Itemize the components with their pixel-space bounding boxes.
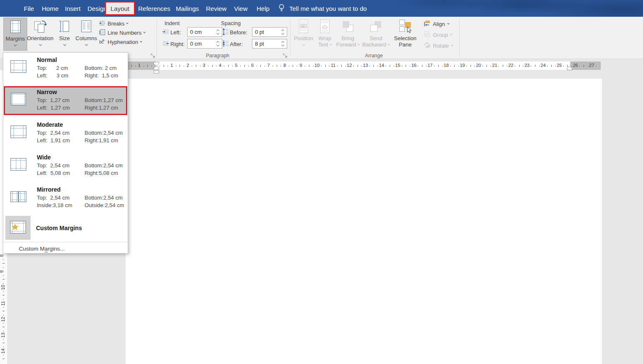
spacing-after-label: After: xyxy=(230,41,243,47)
page-setup-dialog-launcher[interactable] xyxy=(151,53,156,58)
margins-option-wide[interactable]: Wide Top: 2,54 cm Bottom:2,54 cm Left: 5… xyxy=(4,151,127,182)
margins-option-moderate[interactable]: Moderate Top: 2,54 cm Bottom:2,54 cm Lef… xyxy=(4,119,127,150)
tab-file[interactable]: File xyxy=(24,0,34,17)
wrap-text-button: Wrap Text xyxy=(315,18,335,51)
tab-view[interactable]: View xyxy=(234,0,247,17)
spacing-after-value[interactable] xyxy=(252,39,280,48)
line-numbers-button[interactable]: Line Numbers xyxy=(99,28,145,37)
h-ruler-tick xyxy=(248,66,249,67)
spacing-after-input[interactable] xyxy=(252,39,287,49)
h-ruler-tick xyxy=(196,65,196,67)
v-ruler-number: 9 xyxy=(0,270,4,273)
custom-margins-item-title[interactable]: Custom Margins xyxy=(36,225,82,231)
margin-value: Inside:3,18 cm xyxy=(37,202,72,208)
orientation-button[interactable]: Orientation xyxy=(28,18,53,51)
v-ruler-tick xyxy=(3,331,4,331)
h-ruler-tick xyxy=(378,66,378,67)
margins-button[interactable]: Margins xyxy=(3,18,27,51)
v-ruler-tick xyxy=(3,315,4,315)
spinner[interactable] xyxy=(280,28,285,36)
position-button: Position xyxy=(293,18,314,51)
arrange-group-label: Arrange xyxy=(340,53,407,59)
h-ruler-tick xyxy=(563,66,564,67)
indent-right-value[interactable] xyxy=(188,39,215,48)
breaks-label: Breaks xyxy=(108,21,124,27)
h-ruler-tick xyxy=(450,66,451,67)
margins-option-mirrored[interactable]: Mirrored Top: 2,54 cm Bottom:2,54 cm Ins… xyxy=(4,184,127,215)
tab-mailings[interactable]: Mailings xyxy=(176,0,199,17)
selection-pane-button[interactable]: Selection Pane xyxy=(392,18,419,51)
h-ruler-number: 9 xyxy=(300,63,302,68)
document-page[interactable] xyxy=(126,79,602,364)
margins-option-narrow-selected[interactable]: Narrow Top: 1,27 cm Bottom:1,27 cm Left:… xyxy=(4,87,127,114)
indent-left-input[interactable] xyxy=(187,27,222,37)
rotate-label: Rotate xyxy=(433,43,449,49)
tab-review[interactable]: Review xyxy=(206,0,226,17)
spacing-before-value[interactable] xyxy=(252,28,280,36)
h-ruler-tick xyxy=(588,66,588,67)
h-ruler-tick xyxy=(466,66,467,67)
size-button[interactable]: Size xyxy=(55,18,74,51)
h-ruler-tick xyxy=(584,65,584,67)
h-ruler-tick xyxy=(232,66,233,67)
paragraph-dialog-launcher[interactable] xyxy=(283,53,288,58)
margin-value: Right: 1,5 cm xyxy=(85,72,118,79)
hyphenation-button[interactable]: bc a- Hyphenation xyxy=(99,38,142,46)
bring-forward-label-2: Forward xyxy=(336,41,360,48)
custom-margins-command[interactable]: Custom Margins... xyxy=(19,246,65,252)
margins-option-normal[interactable]: Normal Top: 2 cm Bottom: 2 cm Left: 3 cm… xyxy=(4,54,127,85)
spinner[interactable] xyxy=(216,28,221,36)
h-ruler-number: 10 xyxy=(314,63,319,68)
tab-references[interactable]: References xyxy=(138,0,170,17)
tab-design[interactable]: Design xyxy=(87,0,107,17)
h-ruler-tick xyxy=(265,66,265,67)
send-backward-icon xyxy=(370,18,382,35)
spinner[interactable] xyxy=(280,39,285,48)
bring-forward-label-1: Bring xyxy=(342,35,354,41)
tab-layout-active[interactable]: Layout xyxy=(105,1,135,15)
tab-help[interactable]: Help xyxy=(257,0,270,17)
tab-home[interactable]: Home xyxy=(42,0,59,17)
left-indent-marker[interactable] xyxy=(153,68,159,75)
h-ruler-tick xyxy=(373,65,374,67)
spacing-before-label: Before: xyxy=(230,29,247,36)
margin-value: Right:5,08 cm xyxy=(85,170,118,176)
custom-margins-tile[interactable] xyxy=(5,216,31,240)
h-ruler-number: 14 xyxy=(379,63,384,68)
line-numbers-label: Line Numbers xyxy=(108,30,141,36)
h-ruler-tick xyxy=(167,66,168,67)
margins-dropdown-menu: Normal Top: 2 cm Bottom: 2 cm Left: 3 cm… xyxy=(3,52,128,254)
h-ruler-number: 12 xyxy=(347,63,352,68)
indent-left-value[interactable] xyxy=(188,28,215,36)
rotate-button: Rotate xyxy=(424,41,453,50)
v-ruler-tick xyxy=(3,327,5,327)
spacing-before-icon xyxy=(222,28,229,37)
columns-icon xyxy=(81,18,92,35)
v-ruler-number: 13 xyxy=(0,333,5,338)
h-ruler-tick xyxy=(257,66,257,67)
align-button[interactable]: Align xyxy=(424,20,449,28)
tab-insert[interactable]: Insert xyxy=(65,0,81,17)
h-ruler-number: 23 xyxy=(525,63,530,68)
tell-me-box[interactable]: Tell me what you want to do xyxy=(278,0,367,17)
word-window: File Home Insert Design Layout Reference… xyxy=(0,0,643,364)
indent-right-input[interactable] xyxy=(187,39,222,49)
h-ruler-number: 11 xyxy=(331,63,335,68)
hyphenation-icon: bc a- xyxy=(99,38,105,46)
h-ruler-tick xyxy=(402,66,402,67)
h-ruler-tick xyxy=(240,66,241,67)
v-ruler-tick xyxy=(3,355,4,355)
h-ruler-tick xyxy=(277,65,277,67)
h-ruler-tick xyxy=(370,66,370,67)
h-ruler-margin-number: 1 xyxy=(138,63,141,68)
columns-button[interactable]: Columns xyxy=(75,18,98,51)
spacing-before-input[interactable] xyxy=(252,27,287,37)
ribbon-tab-bar: File Home Insert Design Layout Reference… xyxy=(0,0,643,17)
h-ruler-number: 1 xyxy=(170,63,173,68)
v-ruler-tick xyxy=(3,311,5,311)
breaks-button[interactable]: Breaks xyxy=(99,19,128,28)
spinner[interactable] xyxy=(216,39,221,48)
selection-pane-label-2: Pane xyxy=(399,41,412,48)
v-ruler-number: 12 xyxy=(0,317,5,322)
group-button: Group xyxy=(424,31,452,39)
